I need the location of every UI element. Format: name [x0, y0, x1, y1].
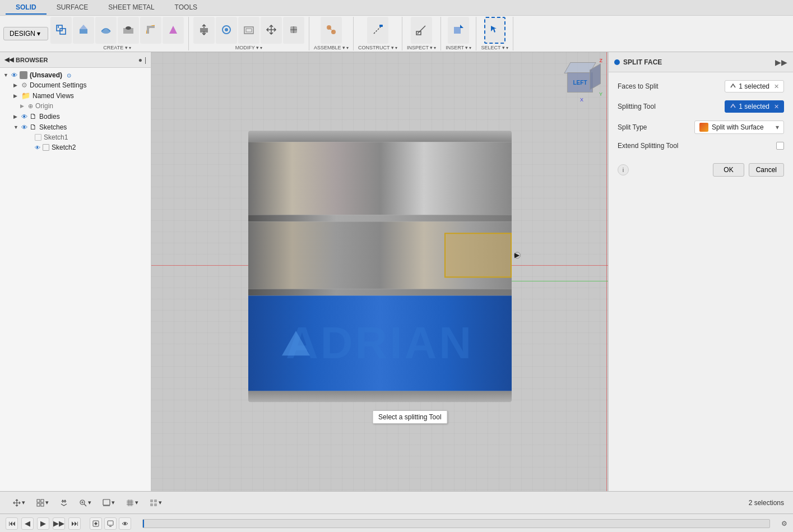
- svg-point-7: [126, 26, 131, 30]
- splitting-tool-clear[interactable]: ✕: [774, 103, 779, 110]
- modify-more-btn[interactable]: [283, 17, 304, 44]
- construct-btn[interactable]: [367, 17, 388, 44]
- extrude-btn[interactable]: [73, 17, 94, 44]
- hole-btn[interactable]: [118, 17, 139, 44]
- cylinder-body: ▶ ADRIAN: [248, 131, 512, 402]
- display-mode-btn[interactable]: ▾: [99, 497, 119, 509]
- play-play[interactable]: ▶: [37, 517, 49, 530]
- tree-arrow-sketches[interactable]: ▼: [13, 124, 19, 130]
- select-label[interactable]: SELECT ▾: [481, 45, 508, 50]
- cancel-button[interactable]: Cancel: [749, 163, 784, 177]
- create-more-btn[interactable]: [163, 17, 184, 44]
- tree-arrow-origin[interactable]: ▶: [20, 103, 26, 109]
- animation-btn2[interactable]: [104, 517, 117, 530]
- tree-label-sketch1: Sketch1: [44, 133, 68, 141]
- assemble-btn[interactable]: [321, 17, 342, 44]
- move-btn[interactable]: [261, 17, 282, 44]
- tree-item-root[interactable]: ▼ 👁 (Unsaved) ⊙: [0, 70, 151, 80]
- press-pull-btn[interactable]: [193, 17, 215, 44]
- split-type-row: Split Type Split with Surface: [618, 121, 784, 134]
- tree-item-origin[interactable]: ▶ ⊕ Origin: [0, 101, 151, 111]
- eye-icon-sketch2[interactable]: 👁: [35, 145, 40, 151]
- move-tool-btn[interactable]: ▾: [9, 497, 29, 509]
- select-btn[interactable]: [484, 17, 506, 44]
- cyl-blue-section[interactable]: ADRIAN: [248, 295, 512, 391]
- tab-sheet-metal[interactable]: SHEET METAL: [98, 1, 164, 15]
- timeline[interactable]: [142, 519, 770, 528]
- tree-arrow-settings[interactable]: ▶: [13, 82, 19, 88]
- canvas-area[interactable]: ▶ ADRIAN Select a splitting Tool LEFT Z …: [151, 52, 608, 491]
- ok-button[interactable]: OK: [713, 163, 744, 177]
- play-prev[interactable]: ◀: [21, 517, 34, 530]
- svg-rect-49: [108, 521, 113, 525]
- extend-checkbox[interactable]: [776, 142, 784, 150]
- create-label[interactable]: CREATE ▾: [103, 45, 131, 50]
- split-type-icon: [699, 123, 708, 132]
- tab-surface[interactable]: SURFACE: [47, 1, 99, 15]
- split-type-select[interactable]: Split with Surface: [694, 121, 784, 134]
- target-icon[interactable]: ⊙: [67, 72, 71, 78]
- browser-tree: ▼ 👁 (Unsaved) ⊙ ▶ ⚙ Document Settings ▶ …: [0, 68, 151, 491]
- tree-item-sketch2[interactable]: 👁 Sketch2: [0, 142, 151, 152]
- insert-label[interactable]: INSERT ▾: [446, 45, 471, 50]
- tree-arrow-bodies[interactable]: ▶: [13, 114, 19, 119]
- info-button[interactable]: i: [618, 164, 629, 175]
- tree-item-sketch1[interactable]: Sketch1: [0, 132, 151, 142]
- tab-solid[interactable]: SOLID: [6, 1, 47, 15]
- design-button[interactable]: DESIGN ▾: [3, 27, 48, 40]
- modify-label[interactable]: MODIFY ▾: [235, 45, 262, 50]
- eye-icon-root[interactable]: 👁: [11, 72, 17, 78]
- tree-item-sketches[interactable]: ▼ 👁 🗋 Sketches: [0, 122, 151, 132]
- eye-icon-bodies[interactable]: 👁: [21, 113, 27, 120]
- collapse-icon[interactable]: ◀◀: [4, 56, 13, 63]
- grid-snap-btn[interactable]: ▾: [33, 497, 53, 509]
- splitting-tool-btn[interactable]: 1 selected ✕: [725, 100, 784, 113]
- cyl-main-upper: [248, 142, 512, 215]
- panel-forward-icon[interactable]: ▶▶: [775, 58, 787, 67]
- browser-settings-icon[interactable]: ●: [138, 56, 142, 64]
- animation-btn1[interactable]: [90, 517, 102, 530]
- cyl-middle[interactable]: ▶: [248, 221, 512, 289]
- svg-marker-27: [460, 25, 463, 28]
- tree-arrow-root[interactable]: ▼: [3, 72, 9, 78]
- tree-item-named-views[interactable]: ▶ 📁 Named Views: [0, 90, 151, 101]
- play-next[interactable]: ▶▶: [53, 517, 65, 530]
- play-skip-start[interactable]: ⏮: [6, 517, 18, 530]
- sketch2-icon: [43, 144, 49, 151]
- svg-marker-4: [80, 25, 87, 29]
- splitting-tool-value: 1 selected: [739, 103, 769, 110]
- insert-btn[interactable]: [448, 17, 469, 44]
- svg-rect-28: [37, 499, 40, 502]
- pan-btn[interactable]: [56, 497, 72, 509]
- view-cube[interactable]: LEFT Z Y X: [558, 58, 602, 103]
- bottom-bar: ▾ ▾ ▾ ▾ ▾ ▾ 2 selections: [0, 491, 793, 514]
- play-skip-end[interactable]: ⏭: [68, 517, 81, 530]
- eye-icon-sketches[interactable]: 👁: [21, 124, 27, 131]
- faces-to-split-btn[interactable]: 1 selected ✕: [725, 80, 784, 92]
- tree-item-bodies[interactable]: ▶ 👁 🗋 Bodies: [0, 111, 151, 122]
- view-menu-btn[interactable]: ▾: [146, 497, 166, 509]
- tree-item-settings[interactable]: ▶ ⚙ Document Settings: [0, 80, 151, 90]
- svg-rect-30: [37, 503, 40, 506]
- inspect-btn[interactable]: [411, 17, 432, 44]
- zoom-btn[interactable]: ▾: [75, 497, 95, 509]
- revolve-btn[interactable]: [95, 17, 117, 44]
- grid-btn[interactable]: ▾: [122, 497, 142, 509]
- new-component-btn[interactable]: [50, 17, 72, 44]
- tree-arrow-named-views[interactable]: ▶: [13, 93, 19, 99]
- construct-label[interactable]: CONSTRUCT ▾: [358, 45, 397, 50]
- tab-tools[interactable]: TOOLS: [165, 1, 207, 15]
- inspect-label[interactable]: INSPECT ▾: [407, 45, 436, 50]
- assemble-label[interactable]: ASSEMBLE ▾: [314, 45, 349, 50]
- fillet-btn[interactable]: [140, 17, 161, 44]
- animation-btn3[interactable]: [119, 517, 131, 530]
- extend-row: Extend Splitting Tool: [618, 142, 784, 150]
- browser-resize-icon[interactable]: |: [145, 56, 146, 64]
- settings-gear-icon[interactable]: ⚙: [781, 520, 787, 528]
- faces-to-split-clear[interactable]: ✕: [774, 83, 779, 90]
- selection-handle[interactable]: ▶: [514, 252, 521, 258]
- svg-rect-45: [154, 499, 157, 502]
- fillet-modify-btn[interactable]: [216, 17, 237, 44]
- shell-btn[interactable]: [238, 17, 259, 44]
- sketches-icon: 🗋: [30, 123, 37, 131]
